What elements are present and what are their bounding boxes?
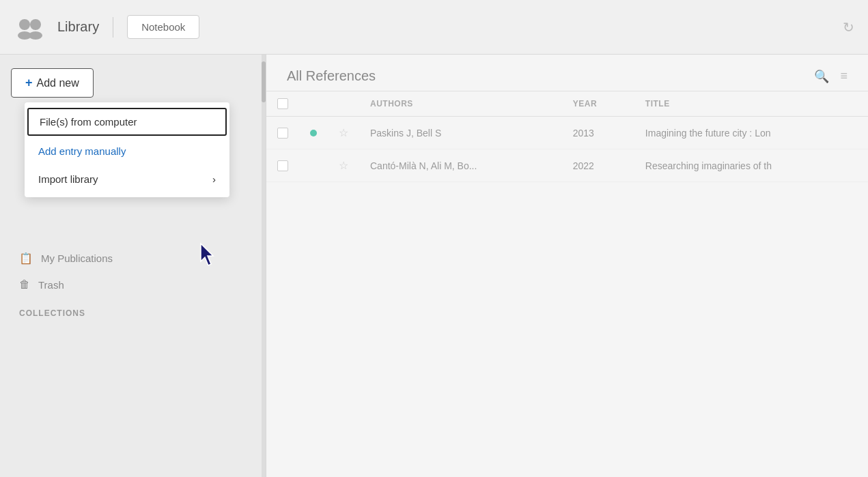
add-new-label: Add new — [37, 77, 79, 89]
row2-star-cell: ☆ — [328, 149, 359, 182]
sidebar-item-trash[interactable]: 🗑 Trash — [11, 272, 255, 298]
trash-label: Trash — [38, 279, 64, 291]
add-entry-manually-item[interactable]: Add entry manually — [25, 137, 229, 165]
notebook-button[interactable]: Notebook — [127, 15, 199, 39]
publications-icon: 📋 — [19, 252, 33, 265]
row2-checkbox-cell — [266, 149, 299, 182]
sidebar-scrollbar — [262, 55, 266, 477]
table-row: ☆ Cantó-Milà N, Ali M, Bo... 2022 Resear… — [266, 149, 868, 182]
content-header: All References 🔍 ≡ — [266, 55, 868, 91]
plus-icon: + — [25, 76, 33, 90]
chevron-right-icon: › — [212, 173, 216, 185]
collections-label: COLLECTIONS — [11, 298, 255, 323]
row1-dot-cell — [299, 117, 328, 149]
search-icon[interactable]: 🔍 — [814, 69, 829, 84]
trash-icon: 🗑 — [19, 278, 30, 291]
row1-checkbox-cell — [266, 117, 299, 149]
main-content: All References 🔍 ≡ AUTHORS YEAR TITLE — [266, 55, 868, 477]
content-actions: 🔍 ≡ — [814, 69, 848, 84]
all-references-title: All References — [287, 68, 376, 84]
table-row: ☆ Paskins J, Bell S 2013 Imagining the f… — [266, 117, 868, 149]
sidebar-scrollbar-thumb[interactable] — [262, 61, 266, 102]
row1-title: Imagining the future city : Lon — [634, 117, 868, 149]
row1-authors: Paskins J, Bell S — [359, 117, 562, 149]
main-layout: + Add new File(s) from computer Add entr… — [0, 55, 868, 477]
row1-year: 2013 — [562, 117, 634, 149]
svg-point-3 — [29, 31, 42, 40]
row1-star-cell: ☆ — [328, 117, 359, 149]
row2-checkbox[interactable] — [277, 160, 288, 171]
sidebar-nav: 📋 My Publications 🗑 Trash — [11, 245, 255, 298]
table-header-row: AUTHORS YEAR TITLE — [266, 91, 868, 117]
sort-icon[interactable]: ≡ — [840, 69, 848, 83]
col-header-title: TITLE — [634, 91, 868, 117]
row2-authors: Cantó-Milà N, Ali M, Bo... — [359, 149, 562, 182]
my-publications-label: My Publications — [41, 252, 113, 264]
unread-dot-icon — [310, 130, 317, 136]
star-icon[interactable]: ☆ — [339, 127, 348, 139]
app-title: Library — [57, 19, 99, 35]
topbar: Library Notebook ↻ — [0, 0, 868, 55]
row2-year: 2022 — [562, 149, 634, 182]
row1-checkbox[interactable] — [277, 128, 288, 139]
files-from-computer-item[interactable]: File(s) from computer — [27, 108, 227, 136]
add-new-button[interactable]: + Add new — [11, 68, 94, 98]
app-logo — [14, 11, 46, 44]
col-header-checkbox — [266, 91, 299, 117]
col-header-star — [328, 91, 359, 117]
sync-icon[interactable]: ↻ — [843, 19, 854, 35]
row2-title: Researching imaginaries of th — [634, 149, 868, 182]
import-library-item[interactable]: Import library › — [25, 165, 229, 193]
col-header-dot — [299, 91, 328, 117]
row2-dot-cell — [299, 149, 328, 182]
references-table: AUTHORS YEAR TITLE ☆ Paskins J, Be — [266, 91, 868, 182]
import-library-label: Import library — [38, 173, 98, 185]
svg-point-1 — [30, 19, 41, 30]
star-icon[interactable]: ☆ — [339, 160, 348, 171]
sidebar: + Add new File(s) from computer Add entr… — [0, 55, 266, 477]
dropdown-menu: File(s) from computer Add entry manually… — [25, 102, 229, 197]
col-header-authors: AUTHORS — [359, 91, 562, 117]
col-header-year: YEAR — [562, 91, 634, 117]
topbar-divider — [113, 17, 113, 38]
select-all-checkbox[interactable] — [277, 98, 288, 109]
sidebar-item-my-publications[interactable]: 📋 My Publications — [11, 245, 255, 272]
svg-point-0 — [19, 19, 30, 30]
